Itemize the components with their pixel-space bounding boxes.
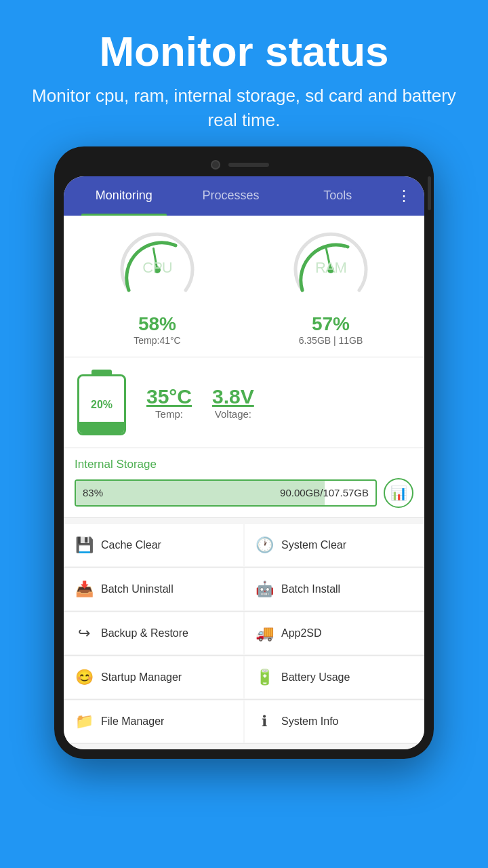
cpu-gauge: CPU 58% Temp:41°C (117, 229, 198, 346)
phone-top-bar (64, 156, 424, 176)
battery-icon: 20% (77, 370, 126, 435)
phone-side-button (428, 176, 431, 210)
ram-percent: 57% (312, 313, 350, 335)
header-section: Monitor status Monitor cpu, ram, interna… (0, 0, 488, 146)
tool-system-clear[interactable]: 🕐 System Clear (245, 524, 424, 566)
page-subtitle: Monitor cpu, ram, internal storage, sd c… (27, 83, 461, 133)
ram-sub: 6.35GB | 11GB (299, 335, 363, 346)
battery-temp-stat: 35°C Temp: (146, 385, 192, 420)
battery-usage-icon: 🔋 (256, 669, 273, 686)
storage-chart-button[interactable]: 📊 (384, 478, 413, 508)
tool-app2sd[interactable]: 🚚 App2SD (245, 612, 424, 654)
tool-row-1: 💾 Cache Clear 🕐 System Clear (64, 524, 424, 568)
batch-uninstall-icon: 📥 (75, 580, 93, 598)
tool-startup-manager[interactable]: 😊 Startup Manager (64, 656, 243, 698)
tool-row-2: 📥 Batch Uninstall 🤖 Batch Install (64, 568, 424, 612)
backup-restore-label: Backup & Restore (101, 627, 188, 639)
battery-percent: 20% (91, 399, 113, 411)
phone-screen: Monitoring Processes Tools ⋮ (64, 176, 424, 749)
battery-body: 20% (77, 374, 126, 435)
cpu-percent: 58% (138, 313, 176, 335)
batch-install-label: Batch Install (281, 583, 340, 595)
storage-bar-text: 83% 90.00GB/107.57GB (76, 487, 375, 498)
battery-temp-label: Temp: (155, 408, 183, 420)
battery-voltage-stat: 3.8V Voltage: (212, 385, 254, 420)
storage-section: Internal Storage 83% 90.00GB/107.57GB 📊 (64, 448, 424, 518)
storage-percent: 83% (83, 487, 103, 498)
app2sd-label: App2SD (281, 627, 322, 639)
startup-manager-icon: 😊 (75, 669, 93, 686)
app2sd-icon: 🚚 (256, 625, 273, 642)
tool-backup-restore[interactable]: ↪ Backup & Restore (64, 612, 243, 654)
cache-clear-label: Cache Clear (101, 539, 161, 551)
cpu-temp: Temp:41°C (134, 335, 180, 346)
batch-uninstall-label: Batch Uninstall (101, 583, 174, 595)
cpu-gauge-circle: CPU (117, 229, 198, 311)
tools-section: 💾 Cache Clear 🕐 System Clear 📥 Batch Uni… (64, 518, 424, 749)
tool-system-info[interactable]: ℹ System Info (245, 701, 424, 743)
tab-processes[interactable]: Processes (178, 176, 285, 216)
system-clear-label: System Clear (281, 539, 346, 551)
storage-values: 90.00GB/107.57GB (280, 487, 369, 498)
system-info-label: System Info (281, 715, 338, 728)
phone-camera (211, 160, 220, 170)
phone-speaker (228, 163, 269, 167)
ram-gauge: RAM 57% 6.35GB | 11GB (290, 229, 371, 346)
battery-voltage-value: 3.8V (212, 385, 254, 408)
tool-batch-uninstall[interactable]: 📥 Batch Uninstall (64, 568, 243, 610)
tool-batch-install[interactable]: 🤖 Batch Install (245, 568, 424, 610)
tool-cache-clear[interactable]: 💾 Cache Clear (64, 524, 243, 566)
backup-restore-icon: ↪ (75, 625, 93, 642)
tab-tools[interactable]: Tools (284, 176, 391, 216)
system-clear-icon: 🕐 (256, 536, 273, 554)
app-bar-tabs: Monitoring Processes Tools (70, 176, 391, 216)
page-title: Monitor status (27, 27, 461, 75)
tool-row-4: 😊 Startup Manager 🔋 Battery Usage (64, 656, 424, 700)
battery-stats: 35°C Temp: 3.8V Voltage: (146, 385, 254, 420)
battery-section: 20% 35°C Temp: 3.8V Voltage: (64, 357, 424, 448)
battery-fill (79, 422, 124, 433)
more-options-button[interactable]: ⋮ (391, 182, 418, 210)
battery-voltage-label: Voltage: (215, 408, 251, 420)
ram-label: RAM (315, 259, 346, 277)
gauges-section: CPU 58% Temp:41°C RAM 57% 6.35GB | (64, 216, 424, 357)
battery-usage-label: Battery Usage (281, 671, 350, 684)
system-info-icon: ℹ (256, 713, 273, 730)
startup-manager-label: Startup Manager (101, 671, 182, 684)
batch-install-icon: 🤖 (256, 580, 273, 598)
file-manager-icon: 📁 (75, 713, 93, 730)
ram-gauge-circle: RAM (290, 229, 371, 311)
tool-row-3: ↪ Backup & Restore 🚚 App2SD (64, 612, 424, 656)
app-bar: Monitoring Processes Tools ⋮ (64, 176, 424, 216)
tool-row-5: 📁 File Manager ℹ System Info (64, 700, 424, 744)
battery-temp-value: 35°C (146, 385, 192, 408)
storage-bar-container: 83% 90.00GB/107.57GB 📊 (75, 478, 413, 508)
bar-chart-icon: 📊 (390, 485, 407, 501)
tab-monitoring[interactable]: Monitoring (70, 176, 178, 216)
file-manager-label: File Manager (101, 715, 164, 728)
tool-file-manager[interactable]: 📁 File Manager (64, 701, 243, 743)
storage-bar: 83% 90.00GB/107.57GB (75, 479, 377, 507)
storage-title: Internal Storage (75, 458, 413, 471)
cpu-label: CPU (142, 259, 171, 277)
cache-clear-icon: 💾 (75, 536, 93, 554)
tool-battery-usage[interactable]: 🔋 Battery Usage (245, 656, 424, 698)
phone-mockup: Monitoring Processes Tools ⋮ (54, 146, 434, 759)
